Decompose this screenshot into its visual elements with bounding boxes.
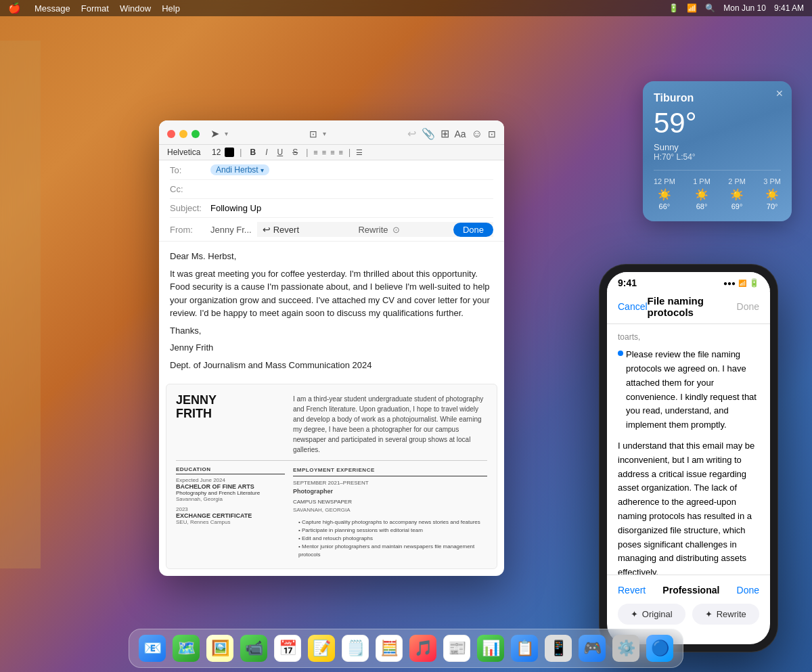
menu-format[interactable]: Format: [81, 3, 109, 14]
bold-button[interactable]: B: [247, 147, 258, 158]
cv-emp-0: SEPTEMBER 2021–PRESENT Photographer CAMP…: [293, 479, 487, 514]
iphone-revert-button[interactable]: Revert: [618, 585, 646, 596]
original-icon: ✦: [631, 609, 638, 619]
dock-item-notes[interactable]: 📝: [307, 633, 336, 663]
underline-button[interactable]: U: [275, 147, 286, 158]
dock-item-photos[interactable]: 🖼️: [205, 633, 235, 663]
weather-close-icon[interactable]: ✕: [775, 88, 784, 99]
subject-value[interactable]: Following Up: [210, 203, 261, 213]
dock-item-iphone[interactable]: 📱: [543, 633, 573, 663]
subject-field-row: Subject: Following Up: [170, 199, 493, 218]
menu-help[interactable]: Help: [162, 3, 180, 14]
align-left-icon[interactable]: ≡: [313, 148, 317, 156]
view-toggle-icon[interactable]: ⊡: [309, 129, 317, 139]
weather-temp: 59°: [654, 107, 781, 139]
send-dropdown-icon[interactable]: ▾: [225, 130, 228, 137]
strikethrough-button[interactable]: S: [290, 147, 300, 158]
cc-label: Cc:: [170, 184, 210, 194]
mail-titlebar: ➤ ▾ ⊡ ▾ ↩ 📎 ⊞ Aa ☺ ⊡: [159, 120, 504, 145]
iphone-cancel-button[interactable]: Cancel: [618, 301, 648, 312]
weather-range: H:70° L:54°: [654, 152, 781, 162]
subject-label: Subject:: [170, 203, 210, 213]
cv-name: JENNY FRITH: [176, 394, 285, 421]
weather-hour-0: 12 PM ☀️ 66°: [654, 177, 675, 210]
dock-item-pages[interactable]: 📋: [510, 633, 539, 663]
greeting: Dear Ms. Herbst,: [170, 250, 493, 263]
from-value[interactable]: Jenny Fr...: [210, 225, 252, 235]
emoji-icon[interactable]: ☺: [472, 128, 482, 140]
minimize-button[interactable]: [179, 130, 187, 138]
dock-item-sysprefs[interactable]: ⚙️: [611, 633, 641, 663]
iphone-done-button[interactable]: Done: [737, 585, 759, 596]
iphone-bottom-bar: Revert Professional Done ✦ Original ✦ Re…: [607, 575, 770, 633]
cv-education-title: EDUCATION: [176, 466, 285, 474]
send-icon[interactable]: ➤: [210, 127, 219, 140]
dock-item-music[interactable]: 🎵: [408, 633, 438, 663]
undo-icon[interactable]: ↩: [407, 127, 416, 140]
iphone-time: 9:41: [618, 277, 637, 288]
align-right-icon[interactable]: ≡: [330, 148, 334, 156]
dock-item-calendar[interactable]: 📅: [273, 633, 302, 663]
from-label: From:: [170, 225, 210, 235]
sender-dept: Dept. of Journalism and Mass Communicati…: [170, 359, 493, 372]
weather-hour-3: 3 PM ☀️ 70°: [763, 177, 781, 210]
rewrite-label[interactable]: Rewrite: [358, 225, 388, 235]
font-size[interactable]: 12: [212, 148, 221, 157]
cv-employment-title: EMPLOYMENT EXPERIENCE: [293, 466, 487, 476]
align-justify-icon[interactable]: ≡: [339, 148, 343, 156]
iphone-status-bar: 9:41 ●●● 📶 🔋: [607, 272, 770, 291]
menu-bar-left: 🍎 Message Format Window Help: [8, 2, 180, 14]
iphone-nav-title: File naming protocols: [648, 295, 737, 318]
iphone-original-button[interactable]: ✦ Original: [618, 604, 685, 625]
dock-item-facetime[interactable]: 📹: [239, 633, 269, 663]
dock-item-numbers[interactable]: 📊: [476, 633, 505, 663]
done-button[interactable]: Done: [453, 223, 493, 237]
photo-attach-icon[interactable]: ⊞: [441, 127, 449, 140]
dock-item-news[interactable]: 📰: [442, 633, 472, 663]
cc-input[interactable]: [210, 184, 493, 194]
more-icon[interactable]: ⊡: [488, 129, 496, 139]
menu-message[interactable]: Message: [35, 3, 70, 14]
apple-menu[interactable]: 🍎: [8, 2, 21, 14]
dock-item-maps[interactable]: 🗺️: [171, 633, 201, 663]
weather-city: Tiburon: [654, 92, 781, 104]
font-icon[interactable]: Aa: [455, 129, 466, 139]
maximize-button[interactable]: [191, 130, 200, 138]
iphone-email-body[interactable]: toarts, Please review the file naming pr…: [607, 324, 770, 575]
list-icon[interactable]: ☰: [356, 148, 363, 157]
iphone-screen: 9:41 ●●● 📶 🔋 Cancel File naming protocol…: [607, 272, 770, 644]
menu-bar-right: 🔋 📶 🔍 Mon Jun 10 9:41 AM: [669, 3, 804, 13]
revert-button[interactable]: ↩ Revert: [257, 222, 304, 237]
wifi-icon: 📶: [687, 3, 697, 13]
rewrite-bar: ↩ Revert Rewrite ⊙ Done: [257, 222, 493, 237]
wifi-status-icon: 📶: [738, 279, 746, 287]
dock-item-app[interactable]: 🔵: [645, 633, 675, 663]
iphone-action-row: ✦ Original ✦ Rewrite: [607, 600, 770, 627]
cc-field-row: Cc:: [170, 180, 493, 199]
sidebar-left: [0, 41, 41, 568]
close-button[interactable]: [167, 130, 175, 138]
search-icon[interactable]: 🔍: [705, 3, 715, 13]
to-recipient[interactable]: Andi Herbst ▾: [210, 164, 269, 175]
battery-icon: 🔋: [669, 3, 679, 13]
mail-fields: To: Andi Herbst ▾ Cc: Subject: Following…: [159, 160, 504, 242]
italic-button[interactable]: I: [263, 147, 270, 158]
dock-item-mail[interactable]: 📧: [137, 633, 167, 663]
rewrite-cycle-icon[interactable]: ⊙: [392, 225, 400, 235]
dock-item-reminders[interactable]: 🗒️: [340, 633, 370, 663]
attachment-icon[interactable]: 📎: [422, 127, 435, 140]
color-swatch[interactable]: [225, 148, 234, 157]
cv-section: JENNY FRITH I am a third-year student un…: [166, 384, 497, 569]
menu-window[interactable]: Window: [120, 3, 151, 14]
font-name[interactable]: Helvetica: [167, 148, 208, 157]
revert-icon: ↩: [263, 224, 271, 235]
iphone-rewrite-button[interactable]: ✦ Rewrite: [692, 604, 760, 625]
align-center-icon[interactable]: ≡: [322, 148, 326, 156]
iphone-rewrite-row: Revert Professional Done: [607, 581, 770, 600]
iphone-to-field: toarts,: [618, 331, 759, 344]
iphone-status-icons: ●●● 📶 🔋: [723, 278, 759, 288]
mail-body[interactable]: Dear Ms. Herbst, It was great meeting yo…: [159, 242, 504, 384]
mail-window: ➤ ▾ ⊡ ▾ ↩ 📎 ⊞ Aa ☺ ⊡ Helvetica 12 | B I …: [159, 120, 504, 576]
dock-item-freeform[interactable]: 🧮: [374, 633, 404, 663]
dock-item-appstore[interactable]: 🎮: [577, 633, 607, 663]
